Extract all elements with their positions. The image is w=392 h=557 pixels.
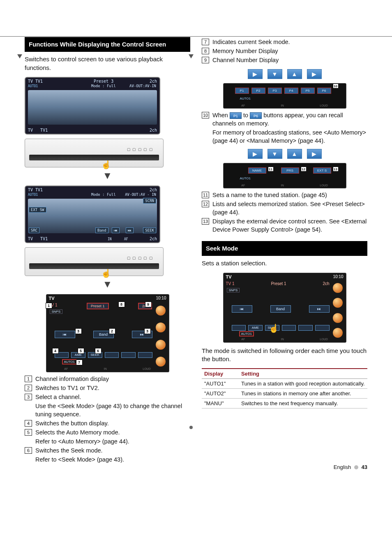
item-cont: For memory of broadcasting stations, see… xyxy=(212,128,367,145)
seek-mode-table: Display Setting "AUTO1" Tunes in a stati… xyxy=(202,368,367,408)
idx-12: 12 xyxy=(202,201,209,207)
hdr-label: TV xyxy=(226,274,232,279)
in-label: IN xyxy=(108,237,112,241)
next-button[interactable]: ⏭ xyxy=(309,305,330,313)
extsw-button[interactable]: EXT SW xyxy=(29,207,46,213)
preset-label: Preset 1 xyxy=(271,281,286,286)
item-text: Sets a name to the tuned station. (page … xyxy=(212,191,367,199)
idx-10: 10 xyxy=(202,112,209,118)
title-left: TV TV1 xyxy=(28,79,43,84)
up-icon[interactable]: ▲ xyxy=(287,149,302,159)
auto-label: AUTO1 xyxy=(28,193,38,197)
in-label: IN xyxy=(104,367,107,370)
ui-screenshot: TV TV1 Preset 3 2ch AUTO1 Mode : Full AV… xyxy=(25,77,160,135)
next-icon[interactable]: ▶ xyxy=(307,149,322,159)
ext-button[interactable]: EXT S xyxy=(313,167,331,174)
callout-6: 6 xyxy=(95,348,101,354)
callout-8: 8 xyxy=(118,302,125,307)
prev-button[interactable]: ⏮ xyxy=(55,331,75,338)
auto-label: AUTO1 xyxy=(239,331,254,337)
auto-label: AUTO1 xyxy=(62,359,77,364)
idx-3: 3 xyxy=(25,394,32,400)
table-row: "AUTO2" Tunes in stations in memory one … xyxy=(202,389,367,399)
callout-4: 4 xyxy=(52,348,59,354)
p4-button[interactable]: P4 xyxy=(284,88,298,94)
next-button[interactable]: ⏭ xyxy=(126,227,134,233)
columns: Functions While Displaying the Control S… xyxy=(25,37,367,464)
ch-label: 2ch xyxy=(150,237,157,241)
down-icon[interactable]: ▼ xyxy=(267,69,282,79)
figure-control-screen-1: TV TV1 Preset 3 2ch AUTO1 Mode : Full AV… xyxy=(25,77,190,135)
ch-label: 2ch xyxy=(150,128,157,132)
channel-label: 2ch xyxy=(150,188,157,192)
prs-button[interactable]: PRS xyxy=(281,167,299,174)
prev-button[interactable]: ⏮ xyxy=(232,305,252,313)
callout-12: 12 xyxy=(301,167,307,172)
dot-icon xyxy=(354,465,358,469)
hw-buttons-icon: ▢ ▢ ▢ ▢ ▢ xyxy=(127,147,153,151)
low-btn[interactable] xyxy=(121,352,136,358)
next-icon[interactable]: ▶ xyxy=(248,149,263,159)
callout-list-left: 1Channel information display 2Switches t… xyxy=(25,375,190,464)
auto-label: AUTO1 xyxy=(240,97,251,100)
time-label: 10:10 xyxy=(156,296,166,300)
page: Functions While Displaying the Control S… xyxy=(0,0,392,480)
p6-pill: P6 xyxy=(250,112,262,119)
figure-nav-arrows: ▶ ▼ ▲ ▶ xyxy=(202,149,367,159)
next-icon[interactable]: ▶ xyxy=(248,69,263,79)
callout-list-right-b: 11Sets a name to the tuned station. (pag… xyxy=(202,191,367,234)
low-btn[interactable] xyxy=(105,352,119,358)
tv1-label: TV 1 xyxy=(226,281,235,286)
p5-button[interactable]: P5 xyxy=(301,88,315,94)
next-icon[interactable]: ▶ xyxy=(307,69,322,79)
down-arrow-icon: ▼ xyxy=(25,278,190,290)
down-icon[interactable]: ▼ xyxy=(267,149,282,159)
tap-cursor-icon: ☝ xyxy=(101,160,111,169)
item-text: When P1 to P6 buttons appear, you can re… xyxy=(212,111,367,128)
callout-10: 10 xyxy=(333,84,339,88)
p3-button[interactable]: P3 xyxy=(268,88,282,94)
time-label: 10:10 xyxy=(333,274,343,279)
idx-6: 6 xyxy=(25,447,32,454)
intro-text: Switches to control screen to use variou… xyxy=(25,55,190,72)
callout-2: 2 xyxy=(109,328,115,334)
in-label: IN xyxy=(281,338,284,341)
callout-7: 7 xyxy=(76,360,83,365)
cell-setting: Tunes in stations in memory one after an… xyxy=(239,389,367,399)
channel-label: 2ch xyxy=(150,79,157,84)
p2-button[interactable]: P2 xyxy=(251,88,265,94)
cell-display: "AUTO1" xyxy=(202,379,239,389)
lang-label: English xyxy=(334,464,351,470)
idx-5: 5 xyxy=(25,429,32,436)
th-display: Display xyxy=(202,369,239,379)
item-text: Switches the button display. xyxy=(35,419,190,427)
up-icon[interactable]: ▲ xyxy=(287,69,302,79)
band-button[interactable]: Band xyxy=(95,227,108,233)
seek-button[interactable]: SEEK xyxy=(143,227,156,233)
page-number: 43 xyxy=(362,464,367,470)
idx-4: 4 xyxy=(25,420,32,427)
src-button[interactable]: SRC xyxy=(29,227,39,233)
preset-label: Preset 1 xyxy=(87,303,109,309)
idx-9: 9 xyxy=(202,57,209,63)
hw-buttons-icon: ▢ ▢ ▢ ▢ ▢ xyxy=(127,256,153,260)
band-button[interactable]: Band xyxy=(270,305,291,313)
seek-button[interactable]: SEEK xyxy=(265,325,279,331)
ame-button[interactable]: AME xyxy=(248,325,263,331)
p6-button[interactable]: P6 xyxy=(317,88,331,94)
item-text: Indicates current Seek mode. xyxy=(212,38,367,46)
ui-fragment: P1 P2 P3 P4 P5 P6 AUTO1 AF IN LOUD 10 xyxy=(223,83,346,109)
p1-button[interactable]: P1 xyxy=(235,88,249,94)
low-btn[interactable] xyxy=(138,352,152,358)
name-button[interactable]: NAME xyxy=(248,167,266,174)
seek-intro: Sets a station selection. xyxy=(202,259,367,267)
side-knobs xyxy=(333,281,344,341)
tv1-label: TV1 xyxy=(40,128,48,132)
prev-button[interactable]: ⏮ xyxy=(112,227,120,233)
receiver-front: ▢ ▢ ▢ ▢ ▢ ☝ xyxy=(25,139,164,167)
af-label: AF xyxy=(124,237,128,241)
idx-1: 1 xyxy=(25,376,32,382)
tv-label: TV xyxy=(28,237,33,241)
scrn-button[interactable]: SCRN xyxy=(143,198,156,204)
figure-nav-arrows: ▶ ▼ ▲ ▶ xyxy=(202,69,367,79)
